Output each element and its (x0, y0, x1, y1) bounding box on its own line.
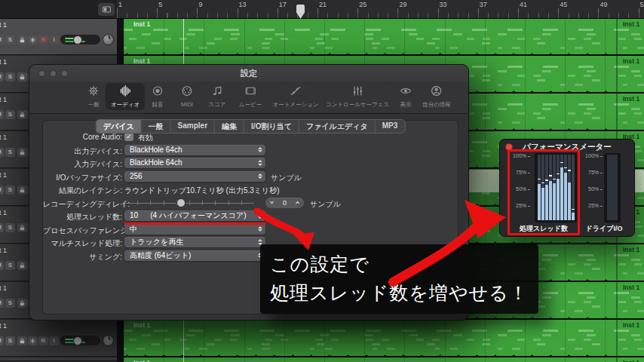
mute-button[interactable]: M (0, 72, 4, 81)
mute-button[interactable]: M (0, 35, 4, 44)
popup-select[interactable]: BlackHole 64ch (124, 158, 265, 168)
mute-button[interactable]: M (0, 110, 4, 119)
volume-slider-thumb[interactable] (73, 336, 82, 345)
form-row: プロセスバッファレンジ:中 (43, 224, 458, 235)
bar-ruler[interactable]: 1591317212529333741454953 (117, 0, 644, 19)
snowflake-icon[interactable] (28, 336, 38, 345)
mute-button[interactable]: M (0, 261, 4, 270)
region-boundary (616, 19, 618, 56)
lock-icon[interactable] (17, 35, 27, 44)
track-header[interactable]: Inst 1 M S R I (0, 19, 117, 55)
track-panel-toggle-button[interactable] (98, 3, 115, 16)
mute-button[interactable]: M (0, 186, 4, 195)
settings-toolbar-item-record[interactable]: 録音 (146, 83, 170, 110)
settings-toolbar-item-waveform[interactable]: オーディオ (106, 83, 145, 110)
popup-select[interactable]: トラックを再生 (124, 237, 265, 247)
settings-tab[interactable]: デバイス (97, 120, 141, 133)
settings-window-title: 設定 (29, 68, 468, 79)
meter-scale-tick (600, 156, 603, 157)
snowflake-icon[interactable] (28, 35, 38, 44)
region-label: Inst 1 (623, 95, 639, 103)
track-header[interactable]: Inst 1 M S R I (0, 320, 117, 357)
solo-button[interactable]: S (5, 35, 15, 44)
region-label: Inst 1 (623, 246, 639, 253)
solo-button[interactable]: S (5, 72, 15, 81)
solo-button[interactable]: S (5, 223, 15, 232)
midi-region[interactable]: Inst 1 Inst 1 (124, 320, 644, 357)
settings-tab[interactable]: ファイルエディタ (299, 120, 375, 133)
popup-select[interactable]: BlackHole 64ch (124, 145, 265, 155)
meter-scale-tick (600, 206, 603, 207)
toolbar-item-label: 表示 (400, 101, 412, 109)
solo-button[interactable]: S (5, 336, 15, 345)
record-enable-button[interactable]: R (38, 336, 48, 345)
track-name: Inst 1 (0, 247, 7, 254)
lock-icon[interactable] (17, 299, 27, 308)
solo-button[interactable]: S (5, 186, 15, 195)
settings-toolbar-item-automation[interactable]: オートメーション (267, 83, 324, 110)
solo-button[interactable]: S (5, 110, 15, 119)
settings-tab[interactable]: Sampler (170, 120, 214, 133)
unit-label: サンプル (271, 173, 302, 183)
popup-select[interactable]: 256 (124, 171, 265, 182)
score-icon (211, 84, 224, 100)
lock-icon[interactable] (17, 223, 27, 232)
ruler-bar-number: 29 (399, 1, 406, 8)
input-monitor-button[interactable]: I (49, 35, 59, 44)
settings-toolbar-item-user[interactable]: 自分の情報 (417, 83, 456, 110)
midi-region[interactable]: Inst 1 Inst 1 (124, 19, 644, 56)
settings-toolbar-item-control-surfaces[interactable]: コントロールサーフェス (320, 83, 394, 110)
settings-tab[interactable]: I/O割り当て (244, 120, 299, 133)
toolbar-item-label: オーディオ (111, 101, 140, 109)
popup-select[interactable]: 10(4 ハイパフォーマンスコア) (124, 210, 265, 221)
region-label: Inst 1 (623, 321, 639, 329)
lock-icon[interactable] (17, 148, 27, 157)
recording-delay-stepper[interactable]: 0 (265, 198, 304, 208)
ruler-bar-number: 1 (118, 1, 122, 8)
solo-button[interactable]: S (5, 261, 15, 270)
popup-select[interactable]: 高精度 (64ビット) (124, 250, 265, 261)
solo-button[interactable]: S (5, 299, 15, 308)
settings-toolbar-item-eye[interactable]: 表示 (394, 83, 418, 110)
lock-icon[interactable] (17, 186, 27, 195)
automation-icon (290, 84, 302, 100)
mute-button[interactable]: M (0, 299, 4, 308)
recording-delay-slider-thumb[interactable] (176, 198, 186, 207)
settings-toolbar-item-movie[interactable]: ムービー (234, 83, 267, 110)
meter-scale-label: 100% (582, 153, 599, 158)
drive-io-label: ドライブI/O (577, 224, 631, 234)
settings-toolbar-item-midi[interactable]: MIDI (176, 83, 199, 109)
lock-icon[interactable] (17, 72, 27, 81)
midi-region[interactable]: Inst 1 Inst 1 (124, 357, 644, 362)
stepper-value: 0 (283, 199, 287, 207)
pan-knob[interactable] (103, 335, 114, 346)
pan-knob[interactable] (103, 34, 114, 45)
settings-titlebar[interactable]: 設定 (29, 65, 468, 81)
settings-tab[interactable]: MP3 (375, 120, 405, 133)
lock-icon[interactable] (17, 261, 27, 270)
toolbar-item-label: ムービー (239, 101, 262, 109)
mute-button[interactable]: M (0, 336, 4, 345)
popup-select[interactable]: 中 (124, 224, 265, 235)
drive-io-meter-panel (604, 153, 621, 222)
solo-button[interactable]: S (5, 148, 15, 157)
settings-toolbar-item-gear[interactable]: 一般 (82, 83, 106, 110)
volume-slider-thumb[interactable] (73, 35, 82, 44)
form-row: I/Oバッファサイズ:256サンプル (43, 171, 458, 183)
mute-button[interactable]: M (0, 223, 4, 232)
volume-slider[interactable] (60, 336, 100, 345)
settings-tab[interactable]: 一般 (141, 120, 170, 133)
track-header[interactable]: Inst 1 M S R I (0, 357, 117, 361)
region-label: Inst 1 (623, 20, 639, 28)
mute-button[interactable]: M (0, 148, 4, 157)
input-monitor-button[interactable]: I (49, 336, 59, 345)
settings-tab[interactable]: 編集 (214, 120, 244, 133)
annotation-line-1: この設定で (270, 250, 529, 278)
playhead-marker[interactable] (296, 5, 305, 19)
lock-icon[interactable] (17, 110, 27, 119)
record-enable-button[interactable]: R (38, 35, 48, 44)
volume-slider[interactable] (60, 35, 100, 44)
settings-toolbar-item-score[interactable]: スコア (203, 83, 231, 110)
lock-icon[interactable] (17, 336, 27, 345)
performance-meter-window: パフォーマンスメーター 100% 75% 50% 25% 100% 75% 50… (499, 139, 635, 237)
